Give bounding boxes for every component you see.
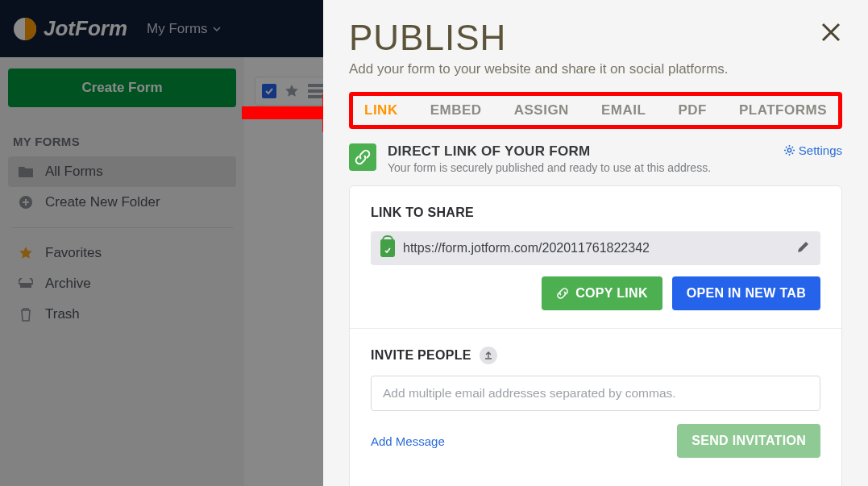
close-button[interactable] [820,21,842,47]
edit-url-button[interactable] [796,239,811,257]
pencil-icon [796,239,811,254]
tab-link[interactable]: LINK [364,102,398,118]
publish-panel: PUBLISH Add your form to your website an… [323,0,868,486]
upload-contacts-button[interactable] [480,347,497,364]
panel-title: PUBLISH [349,18,842,58]
divider [350,328,841,329]
invite-email-input[interactable] [371,376,820,411]
gear-icon [783,144,795,156]
tab-pdf[interactable]: PDF [678,102,707,118]
tab-platforms[interactable]: PLATFORMS [739,102,827,118]
upload-icon [484,351,493,360]
settings-label: Settings [799,143,842,157]
share-url-box: https://form.jotform.com/202011761822342 [371,231,820,265]
invite-people-heading: INVITE PEOPLE [371,348,471,363]
close-icon [820,21,842,44]
share-button-row: COPY LINK OPEN IN NEW TAB [371,276,820,310]
svg-point-8 [787,148,791,152]
open-new-tab-button[interactable]: OPEN IN NEW TAB [672,276,820,310]
tab-assign[interactable]: ASSIGN [514,102,569,118]
add-message-link[interactable]: Add Message [371,434,445,448]
direct-link-header: DIRECT LINK OF YOUR FORM Your form is se… [349,143,842,174]
share-url-text: https://form.jotform.com/202011761822342 [403,241,788,255]
open-new-tab-label: OPEN IN NEW TAB [687,286,806,301]
direct-link-heading: DIRECT LINK OF YOUR FORM [388,143,711,160]
send-invitation-button[interactable]: SEND INVITATION [677,424,820,458]
panel-subtitle: Add your form to your website and share … [349,61,842,77]
copy-link-label: COPY LINK [575,286,648,301]
link-small-icon [556,287,569,300]
invite-bottom-row: Add Message SEND INVITATION [371,424,820,458]
direct-link-sub: Your form is securely published and read… [388,161,711,174]
link-icon [349,143,376,171]
link-to-share-heading: LINK TO SHARE [371,206,820,220]
share-card: LINK TO SHARE https://form.jotform.com/2… [349,185,842,486]
copy-link-button[interactable]: COPY LINK [542,276,662,310]
settings-link[interactable]: Settings [783,143,842,157]
tab-embed[interactable]: EMBED [430,102,482,118]
invite-heading-row: INVITE PEOPLE [371,347,820,364]
publish-tabs: LINK EMBED ASSIGN EMAIL PDF PLATFORMS [349,92,842,129]
tab-email[interactable]: EMAIL [601,102,646,118]
lock-secure-icon [380,239,395,257]
